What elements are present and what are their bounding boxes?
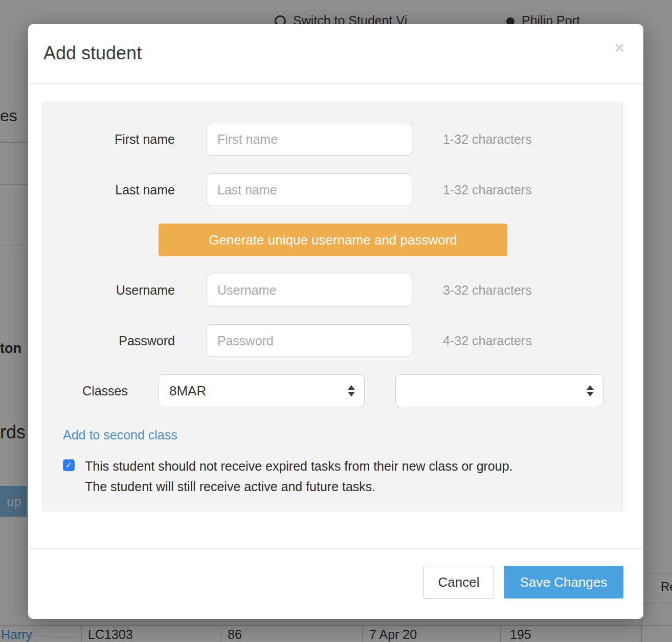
secondary-class-select[interactable]	[395, 374, 603, 407]
password-input[interactable]	[207, 324, 412, 357]
add-to-second-class-link[interactable]: Add to second class	[63, 428, 177, 442]
last-name-input[interactable]	[207, 173, 412, 206]
screen: Switch to Student Vi Philip Port es ton …	[0, 0, 672, 642]
expired-tasks-text-line2: The student will still receive active an…	[85, 476, 513, 497]
primary-class-value: 8MAR	[169, 383, 206, 399]
save-changes-button[interactable]: Save Changes	[504, 566, 623, 599]
first-name-label: First name	[43, 132, 175, 147]
select-arrows-icon	[348, 385, 355, 396]
modal-header: Add student ✕	[28, 24, 643, 84]
primary-class-select[interactable]: 8MAR	[159, 374, 365, 407]
expired-tasks-text-line1: This student should not receive expired …	[85, 456, 513, 476]
add-student-modal: Add student ✕ First name 1-32 characters…	[28, 24, 643, 619]
last-name-label: Last name	[43, 183, 175, 197]
expired-tasks-checkbox[interactable]: ✓	[63, 459, 75, 471]
last-name-hint: 1-32 characters	[443, 183, 532, 197]
link-row: Add to second class	[63, 428, 622, 442]
password-label: Password	[43, 334, 175, 348]
username-label: Username	[43, 283, 175, 298]
first-name-hint: 1-32 characters	[443, 132, 532, 147]
cancel-button[interactable]: Cancel	[423, 566, 494, 599]
first-name-input[interactable]	[207, 123, 412, 156]
select-arrows-icon	[587, 385, 594, 396]
username-input[interactable]	[207, 274, 412, 306]
expired-tasks-option: ✓ This student should not receive expire…	[63, 456, 622, 497]
username-hint: 3-32 characters	[443, 283, 532, 298]
password-hint: 4-32 characters	[443, 334, 532, 348]
username-row: Username 3-32 characters	[43, 273, 622, 307]
last-name-row: Last name 1-32 characters	[43, 173, 622, 207]
close-icon[interactable]: ✕	[614, 40, 625, 56]
expired-tasks-text: This student should not receive expired …	[85, 456, 513, 497]
password-row: Password 4-32 characters	[43, 324, 622, 358]
add-student-form-panel: First name 1-32 characters Last name 1-3…	[42, 102, 623, 512]
generate-row: Generate unique username and password	[43, 224, 622, 256]
first-name-row: First name 1-32 characters	[43, 122, 622, 156]
modal-footer: Cancel Save Changes	[28, 548, 643, 619]
classes-label: Classes	[43, 384, 128, 399]
classes-row: Classes 8MAR	[43, 374, 622, 407]
modal-title: Add student	[43, 42, 142, 64]
generate-username-password-button[interactable]: Generate unique username and password	[159, 224, 507, 256]
